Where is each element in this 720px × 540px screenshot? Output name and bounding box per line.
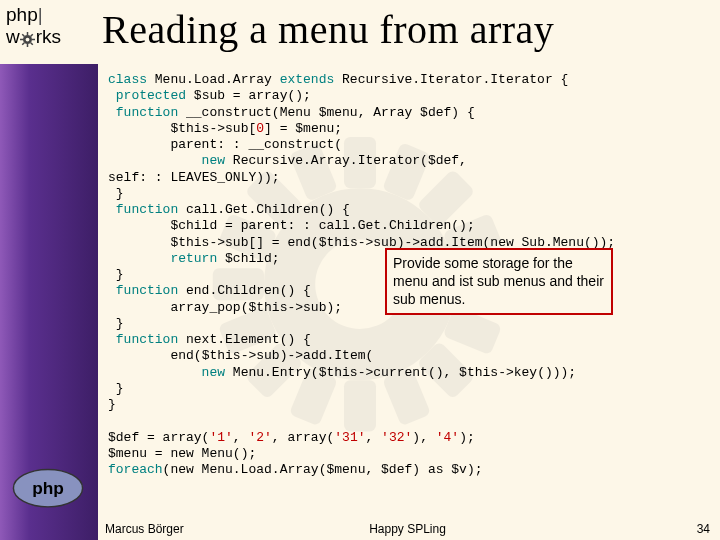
slide-footer: Marcus Börger Happy SPLing 34 <box>105 522 710 536</box>
footer-page-number: 34 <box>697 522 710 536</box>
logo-text-rks: rks <box>36 26 61 48</box>
footer-author: Marcus Börger <box>105 522 184 536</box>
svg-rect-22 <box>20 38 23 40</box>
slide-title: Reading a menu from array <box>102 0 554 53</box>
phpworks-logo: php| wrks <box>0 0 102 65</box>
svg-rect-20 <box>26 32 28 35</box>
svg-text:php: php <box>32 478 64 498</box>
svg-rect-23 <box>32 38 35 40</box>
svg-point-19 <box>25 37 29 41</box>
annotation-callout: Provide some storage for the menu and is… <box>385 248 613 315</box>
logo-text-w: w <box>6 26 20 48</box>
php-elephant-logo: php <box>12 468 84 508</box>
svg-rect-21 <box>26 44 28 47</box>
logo-text-php: php <box>6 4 38 25</box>
slide-header: php| wrks Reading a menu from array <box>0 0 720 65</box>
logo-pipe: | <box>38 4 43 25</box>
callout-text: Provide some storage for the menu and is… <box>393 255 604 307</box>
footer-title: Happy SPLing <box>369 522 446 536</box>
gear-icon <box>20 30 35 45</box>
